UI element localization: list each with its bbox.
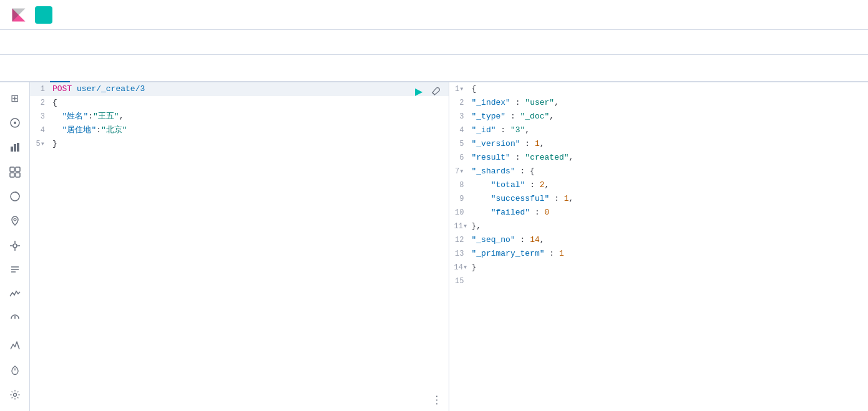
- line-number: 4: [449, 123, 472, 137]
- devtools-icon[interactable]: [4, 335, 26, 357]
- svg-rect-7: [10, 173, 14, 177]
- line-number: 3: [30, 110, 52, 123]
- svg-line-16: [432, 92, 435, 95]
- table-row: 5▾}: [30, 137, 449, 151]
- line-number: 5▾: [30, 137, 52, 151]
- line-content: "_index" : "user",: [472, 96, 869, 110]
- tab-grok-debugger[interactable]: [70, 69, 90, 82]
- line-content: "successful" : 1,: [472, 192, 869, 206]
- table-row: 2"_index" : "user",: [449, 96, 869, 110]
- nav-row: [0, 30, 868, 55]
- svg-rect-5: [10, 167, 14, 172]
- pane-toolbar: ▶: [411, 84, 444, 99]
- table-row: 3"_type" : "_doc",: [449, 110, 869, 123]
- apm-icon[interactable]: [4, 284, 26, 306]
- table-row: 15: [449, 274, 869, 288]
- line-number: 2: [30, 96, 52, 110]
- sidebar: ⊞: [0, 82, 30, 411]
- line-number: 13: [449, 247, 472, 261]
- settings-icon[interactable]: [4, 384, 26, 406]
- editor-container: 1POST user/_create/32{3 "姓名":"王五",4 "居住地…: [30, 82, 868, 411]
- line-content: "_seq_no" : 14,: [472, 233, 869, 247]
- svg-point-1: [14, 122, 16, 124]
- home-icon[interactable]: ⊞: [4, 87, 26, 109]
- line-content: }: [472, 261, 869, 274]
- line-content: "result" : "created",: [472, 151, 869, 165]
- line-content: },: [472, 220, 869, 233]
- line-number: 6: [449, 151, 472, 165]
- ml-icon[interactable]: [4, 235, 26, 256]
- svg-rect-6: [16, 167, 20, 172]
- left-code-editor[interactable]: 1POST user/_create/32{3 "姓名":"王五",4 "居住地…: [30, 82, 449, 411]
- table-row: 4"_id" : "3",: [449, 123, 869, 137]
- line-number: 12: [449, 233, 472, 247]
- line-number: 3: [449, 110, 472, 123]
- table-row: 10 "failed" : 0: [449, 206, 869, 220]
- more-options-button[interactable]: ···: [431, 395, 444, 406]
- run-button[interactable]: ▶: [411, 84, 426, 99]
- main-layout: ⊞: [0, 82, 868, 411]
- maps-icon[interactable]: [4, 210, 26, 232]
- discover-icon[interactable]: [4, 112, 26, 133]
- line-content: "居住地":"北京": [52, 123, 449, 137]
- tab-console[interactable]: [30, 69, 50, 82]
- table-row: 9 "successful" : 1,: [449, 192, 869, 206]
- visualize-icon[interactable]: [4, 137, 26, 158]
- uptime-icon[interactable]: [4, 308, 26, 330]
- line-content: POST user/_create/3: [52, 82, 449, 96]
- table-row: 14▾}: [449, 261, 869, 274]
- table-row: 2{: [30, 96, 449, 110]
- line-content: "_version" : 1,: [472, 137, 869, 151]
- svg-point-15: [13, 394, 16, 397]
- line-content: "_primary_term" : 1: [472, 247, 869, 261]
- left-pane: 1POST user/_create/32{3 "姓名":"王五",4 "居住地…: [30, 82, 449, 411]
- monitoring-icon[interactable]: [4, 359, 26, 381]
- app-badge: [35, 6, 52, 24]
- right-code-output: 1▾{2"_index" : "user",3"_type" : "_doc",…: [449, 82, 869, 411]
- svg-rect-4: [17, 143, 19, 152]
- svg-point-10: [14, 218, 16, 221]
- svg-point-11: [13, 244, 17, 248]
- line-content: "姓名":"王五",: [52, 110, 449, 123]
- kibana-logo-icon: [10, 6, 27, 24]
- line-content: "_shards" : {: [472, 165, 869, 178]
- tab-search-profiler[interactable]: [50, 69, 70, 82]
- tabs-row: [0, 55, 868, 82]
- table-row: 3 "姓名":"王五",: [30, 110, 449, 123]
- svg-rect-3: [14, 144, 16, 152]
- line-number: 11▾: [449, 220, 472, 233]
- line-content: {: [52, 96, 449, 110]
- line-number: 7▾: [449, 165, 472, 178]
- canvas-icon[interactable]: [4, 185, 26, 207]
- table-row: 1▾{: [449, 82, 869, 96]
- line-number: 8: [449, 178, 472, 192]
- right-pane: 1▾{2"_index" : "user",3"_type" : "_doc",…: [449, 82, 869, 411]
- line-content: "failed" : 0: [472, 206, 869, 220]
- table-row: 12"_seq_no" : 14,: [449, 233, 869, 247]
- logs-icon[interactable]: [4, 259, 26, 281]
- line-number: 10: [449, 206, 472, 220]
- line-content: "_id" : "3",: [472, 123, 869, 137]
- line-content: "_type" : "_doc",: [472, 110, 869, 123]
- line-content: }: [52, 137, 449, 151]
- line-number: 4: [30, 123, 52, 137]
- line-content: "total" : 2,: [472, 178, 869, 192]
- line-number: 1▾: [449, 82, 472, 96]
- table-row: 6"result" : "created",: [449, 151, 869, 165]
- table-row: 4 "居住地":"北京": [30, 123, 449, 137]
- table-row: 1POST user/_create/3: [30, 82, 449, 96]
- wrench-button[interactable]: [429, 84, 444, 99]
- line-number: 2: [449, 96, 472, 110]
- table-row: 13"_primary_term" : 1: [449, 247, 869, 261]
- svg-rect-2: [11, 147, 13, 152]
- table-row: 8 "total" : 2,: [449, 178, 869, 192]
- line-number: 5: [449, 137, 472, 151]
- top-bar: [0, 0, 868, 30]
- table-row: 7▾"_shards" : {: [449, 165, 869, 178]
- table-row: 11▾},: [449, 220, 869, 233]
- line-number: 9: [449, 192, 472, 206]
- line-number: 14▾: [449, 261, 472, 274]
- line-number: 1: [30, 82, 52, 96]
- dashboard-icon[interactable]: [4, 161, 26, 183]
- table-row: 5"_version" : 1,: [449, 137, 869, 151]
